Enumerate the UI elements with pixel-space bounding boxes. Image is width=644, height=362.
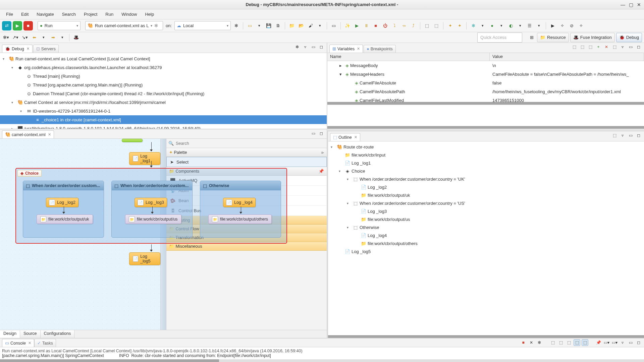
outline-tree-row[interactable]: ▾⬚Otherwise	[328, 223, 644, 231]
palette-search-input[interactable]	[176, 141, 325, 146]
pin-icon[interactable]: 📌	[595, 339, 602, 346]
pin-icon[interactable]: 📌	[319, 169, 324, 174]
redhat-icon[interactable]: 🎩	[72, 34, 80, 42]
play-icon[interactable]: ▶	[549, 22, 557, 30]
outline-tree-row[interactable]: ▾🐫Route cbr-route	[328, 143, 644, 151]
log-node-log5[interactable]: 📄 Log _log5	[129, 252, 160, 265]
perspective-fuse[interactable]: 🎩Fuse Integration	[570, 33, 615, 42]
maximize-icon[interactable]: ◻	[635, 339, 642, 346]
route-canvas[interactable]: 📄 Log _log1 ◈ Choice	[0, 139, 327, 330]
detail-hscroll[interactable]	[327, 126, 644, 129]
wand-icon[interactable]: ✨	[343, 22, 352, 30]
folder-icon[interactable]: 📁	[288, 22, 296, 30]
usefilters-icon[interactable]: ⬚	[432, 22, 440, 30]
stop-icon[interactable]: ⊘	[568, 22, 576, 30]
tool-icon[interactable]: ✦	[446, 22, 454, 30]
maximize-icon[interactable]: ◻	[318, 130, 325, 137]
tab-debug[interactable]: 🐞 Debug ✕	[2, 45, 33, 53]
close-tab-icon[interactable]: ✕	[28, 341, 31, 345]
chevron-down-icon[interactable]: ▾	[516, 22, 524, 30]
tab-variables[interactable]: ⊞ Variables ✕	[329, 45, 363, 53]
debug-tree-row[interactable]: ⊙Thread [org.apache.camel.spring.Main.ma…	[0, 80, 327, 89]
chevron-down-icon[interactable]: ▾	[58, 34, 66, 42]
display-icon[interactable]: ▭▾	[603, 339, 610, 346]
outline-tree-row[interactable]: 📁file:work/cbr/output/others	[328, 239, 644, 247]
expand-icon[interactable]: ▾	[339, 72, 344, 77]
column-name-header[interactable]: Name	[327, 53, 490, 61]
target-dropdown[interactable]: ☁ Local ▾	[174, 21, 231, 30]
view-tool-icon[interactable]: ⬚	[579, 44, 586, 50]
debug-tree[interactable]: ▾🐫Run camel-context.xml as Local CamelCo…	[0, 53, 327, 129]
debug-tree-row[interactable]: ≡_choice1 in cbr-route [camel-context.xm…	[0, 115, 327, 124]
column-value-header[interactable]: Value	[490, 53, 644, 61]
variable-row[interactable]: ▸◈MessageBody\n	[327, 61, 644, 70]
minimize-icon[interactable]: ▭	[627, 339, 634, 346]
palette-header[interactable]: ✦ Palette ▹	[166, 148, 327, 157]
droptoframe-icon[interactable]: ⬚	[423, 22, 431, 30]
outline-tree-row[interactable]: 📄Log _log2	[328, 183, 644, 191]
tool-icon[interactable]: ✧	[558, 22, 566, 30]
connect-button[interactable]: ⇄	[2, 21, 11, 31]
expand-icon[interactable]: ▾	[331, 145, 335, 149]
close-tab-icon[interactable]: ✕	[357, 47, 360, 51]
outline-tree-row[interactable]: ▾⬚When /order:order/order:customer/order…	[328, 175, 644, 183]
debug-tree-row[interactable]: ▾✉ID-westeros-42729-1473865191244-0-1	[0, 107, 327, 115]
tool-icon[interactable]: ✧	[577, 22, 585, 30]
remove-icon[interactable]: ✕	[603, 44, 610, 50]
expand-icon[interactable]: ▾	[11, 101, 16, 104]
expand-icon[interactable]: ▾	[20, 109, 25, 113]
palette-search[interactable]: 🔍	[166, 139, 327, 148]
save-icon[interactable]: 💾	[265, 22, 273, 30]
scrolllock-icon[interactable]: ⬚	[574, 339, 580, 346]
outline-tree-row[interactable]: 📄Log _log4	[328, 231, 644, 239]
window-icon[interactable]: ▭	[330, 22, 338, 30]
outline-tree-row[interactable]: 📁file:work/cbr/input	[328, 151, 644, 159]
log-node-log1[interactable]: 📄 Log _log1	[129, 152, 160, 165]
debug-tree-row[interactable]: ▾◆org.codehaus.plexus.classworlds.launch…	[0, 63, 327, 72]
tool-icon[interactable]: ⬚	[611, 44, 618, 50]
outline-hscroll[interactable]	[328, 335, 644, 338]
log-node-log4[interactable]: 📄 Log _log4	[223, 198, 256, 207]
menu-edit[interactable]: Edit	[18, 10, 32, 18]
expand-icon[interactable]: ▾	[347, 177, 352, 181]
outline-tree-row[interactable]: 📁file:work/cbr/output/us	[328, 215, 644, 223]
chevron-down-icon[interactable]: ▾	[40, 34, 48, 42]
maximize-icon[interactable]: ▢	[629, 2, 633, 7]
expand-icon[interactable]: ▸	[339, 63, 344, 68]
stepover-icon[interactable]: ⤼	[400, 22, 408, 30]
expand-icon[interactable]: ▾	[347, 201, 352, 205]
debug-tree-row[interactable]: ▾🐫Run camel-context.xml as Local CamelCo…	[0, 54, 327, 63]
saveall-icon[interactable]: 🗎	[274, 22, 282, 30]
run-config-dropdown[interactable]: ● Run ▾	[38, 21, 80, 30]
chevron-down-icon[interactable]: ▾	[497, 22, 505, 30]
remove-icon[interactable]: ✕	[528, 339, 535, 346]
open-console-icon[interactable]: ▭▾	[611, 339, 618, 346]
tool-icon[interactable]: ⬚	[549, 339, 556, 346]
outline-tree[interactable]: ▾🐫Route cbr-route📁file:work/cbr/input📄Lo…	[328, 141, 644, 335]
minimize-icon[interactable]: ▭	[310, 44, 317, 50]
menu-search[interactable]: Search	[59, 10, 79, 18]
suspend-icon[interactable]: ⏸	[362, 22, 370, 30]
close-tab-icon[interactable]: ✕	[26, 47, 30, 51]
removeall-icon[interactable]: ✻	[536, 339, 543, 346]
minimize-icon[interactable]: —	[621, 2, 625, 7]
list-icon[interactable]: ☰	[526, 22, 534, 30]
maximize-icon[interactable]: ◻	[318, 44, 325, 50]
outline-tree-row[interactable]: ▾◈Choice	[328, 167, 644, 175]
debug-icon[interactable]: ✻	[469, 22, 477, 30]
disconnect-icon[interactable]: ⏻	[381, 22, 389, 30]
tab-tasks[interactable]: ✓ Tasks	[34, 339, 56, 347]
menu-file[interactable]: File	[3, 10, 16, 18]
console-hscroll[interactable]	[0, 359, 644, 362]
tab-servers[interactable]: ⊡ Servers	[33, 45, 59, 53]
outline-tree-row[interactable]: 📁file:work/cbr/output/uk	[328, 191, 644, 199]
console-output[interactable]: Run camel-context.xml as Local CamelCont…	[0, 347, 644, 362]
when-container-2[interactable]: ⬚ When /order:order/order:custom... 📄 Lo…	[111, 181, 193, 238]
variables-hscroll[interactable]	[327, 102, 644, 105]
file-node-uk[interactable]: 📁 file:work/cbr/output/uk	[37, 215, 93, 224]
variable-row[interactable]: ◈CamelFileAbsolutefalse	[327, 78, 644, 87]
chevron-down-icon[interactable]: ▾	[255, 22, 263, 30]
debug-tree-row[interactable]: ▸⬛/usr/lib/jvm/java-1.8.0-openjdk-1.8.0.…	[0, 124, 327, 129]
outline-tree-row[interactable]: ▾⬚When /order:order/order:customer/order…	[328, 199, 644, 207]
open-perspective-icon[interactable]: ⊞	[528, 34, 536, 42]
